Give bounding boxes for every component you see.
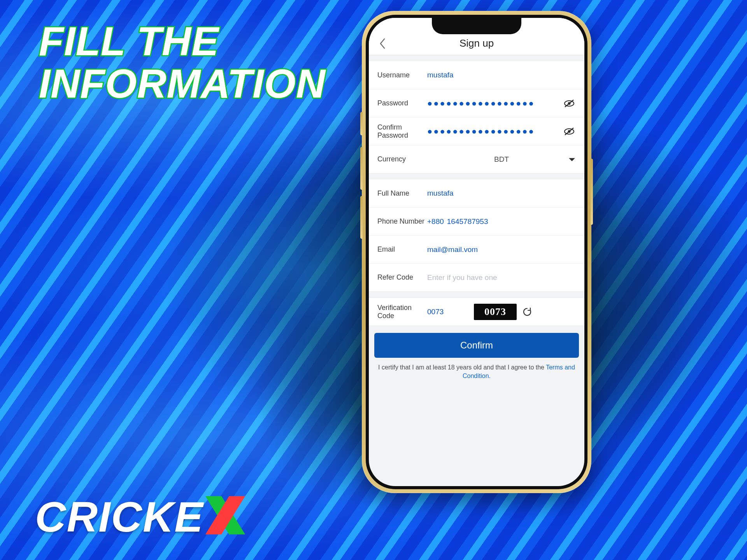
row-email: Email [369,235,584,263]
row-refer-code: Refer Code [369,263,584,291]
label-full-name: Full Name [377,189,427,198]
verification-group: Verification Code 0073 [369,297,584,326]
eye-off-icon [564,99,575,108]
label-currency: Currency [377,155,427,163]
username-input[interactable] [427,71,576,79]
promo-canvas: FILL THE INFORMATION CRICKE [0,0,747,560]
phone-screen: Sign up Username Password [369,18,584,486]
disclaimer-prefix: I certify that I am at least 18 years ol… [378,364,546,371]
label-phone: Phone Number [377,217,427,226]
brand-x-icon [204,492,247,541]
signup-form: Username Password ●●●●●●●●●●●●●●●●● [369,61,584,380]
phone-country-code[interactable]: +880 [427,217,444,226]
phone-frame: Sign up Username Password [362,11,591,493]
page-title: Sign up [459,37,494,49]
label-email: Email [377,245,427,254]
label-username: Username [377,71,427,79]
label-verification-code: Verification Code [377,304,427,320]
full-name-input[interactable] [427,189,576,198]
row-verification-code: Verification Code 0073 [369,298,584,326]
verification-code-input[interactable] [427,308,470,316]
headline: FILL THE INFORMATION [39,20,326,105]
row-username: Username [369,61,584,89]
captcha-image: 0073 [474,304,517,320]
row-confirm-password: Confirm Password ●●●●●●●●●●●●●●●●● [369,117,584,145]
phone-input[interactable] [447,217,576,226]
back-button[interactable] [376,37,389,50]
age-disclaimer: I certify that I am at least 18 years ol… [377,363,576,380]
label-password: Password [377,99,427,107]
refresh-icon [522,307,532,317]
phone-side-button [360,147,363,190]
phone-side-button [591,159,593,225]
row-phone: Phone Number +880 [369,207,584,235]
toggle-confirm-password-visibility-button[interactable] [563,125,576,138]
phone-side-button [360,112,363,135]
confirm-password-mask[interactable]: ●●●●●●●●●●●●●●●●● [427,127,535,136]
headline-line-2: INFORMATION [39,61,326,106]
email-input[interactable] [427,245,576,254]
phone-side-button [360,196,363,239]
eye-off-icon [564,127,575,136]
label-refer-code: Refer Code [377,273,427,282]
credentials-group: Username Password ●●●●●●●●●●●●●●●●● [369,61,584,173]
refer-code-input[interactable] [427,273,576,282]
phone-notch [432,18,521,34]
currency-value: BDT [494,155,509,164]
toggle-password-visibility-button[interactable] [563,97,576,110]
row-password: Password ●●●●●●●●●●●●●●●●● [369,89,584,117]
confirm-button[interactable]: Confirm [374,333,579,358]
password-mask[interactable]: ●●●●●●●●●●●●●●●●● [427,99,535,108]
brand-text-left: CRICKE [35,492,204,541]
caret-down-icon [568,155,576,164]
headline-line-1: FILL THE [39,19,219,64]
personal-group: Full Name Phone Number +880 [369,179,584,292]
phone-bezel: Sign up Username Password [366,15,587,489]
label-confirm-password: Confirm Password [377,123,427,139]
refresh-captcha-button[interactable] [521,305,534,318]
row-full-name: Full Name [369,179,584,207]
row-currency[interactable]: Currency BDT [369,145,584,173]
chevron-left-icon [379,38,386,49]
brand-logo: CRICKE [35,492,247,541]
